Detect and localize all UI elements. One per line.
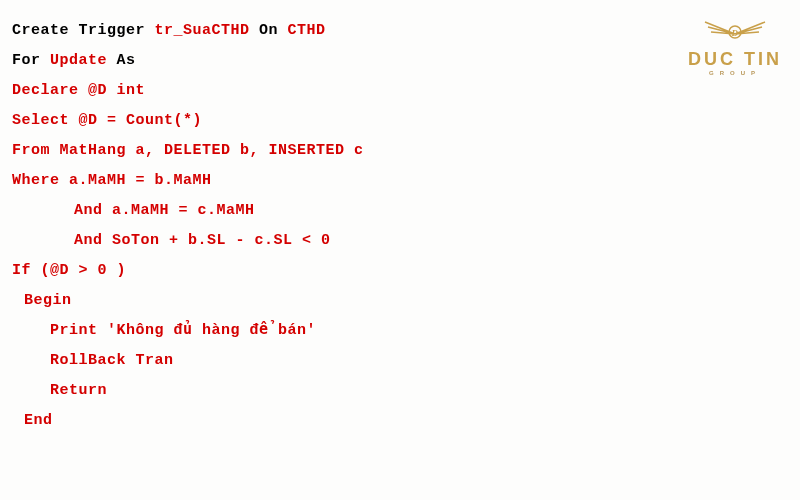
code-line-4: Select @D = Count(*): [12, 106, 788, 136]
table-name: CTHD: [288, 22, 326, 39]
logo-subtitle: GROUP: [688, 70, 782, 76]
code-line-11: Print 'Không đủ hàng để bán': [12, 316, 788, 346]
keyword-create-trigger: Create Trigger: [12, 22, 155, 39]
code-line-14: End: [12, 406, 788, 436]
keyword-update: Update: [50, 52, 107, 69]
logo: D DUC TIN GROUP: [688, 14, 782, 76]
logo-wings-icon: D: [688, 14, 782, 48]
code-line-3: Declare @D int: [12, 76, 788, 106]
code-line-6: Where a.MaMH = b.MaMH: [12, 166, 788, 196]
keyword-on: On: [250, 22, 288, 39]
code-line-13: Return: [12, 376, 788, 406]
code-line-1: Create Trigger tr_SuaCTHD On CTHD: [12, 16, 788, 46]
keyword-for: For: [12, 52, 50, 69]
code-line-9: If (@D > 0 ): [12, 256, 788, 286]
code-line-7: And a.MaMH = c.MaMH: [12, 196, 788, 226]
code-line-2: For Update As: [12, 46, 788, 76]
code-line-5: From MatHang a, DELETED b, INSERTED c: [12, 136, 788, 166]
keyword-as: As: [107, 52, 136, 69]
code-line-12: RollBack Tran: [12, 346, 788, 376]
code-line-10: Begin: [12, 286, 788, 316]
svg-text:D: D: [731, 28, 739, 38]
logo-brand: DUC TIN: [688, 50, 782, 68]
code-line-8: And SoTon + b.SL - c.SL < 0: [12, 226, 788, 256]
trigger-name: tr_SuaCTHD: [155, 22, 250, 39]
